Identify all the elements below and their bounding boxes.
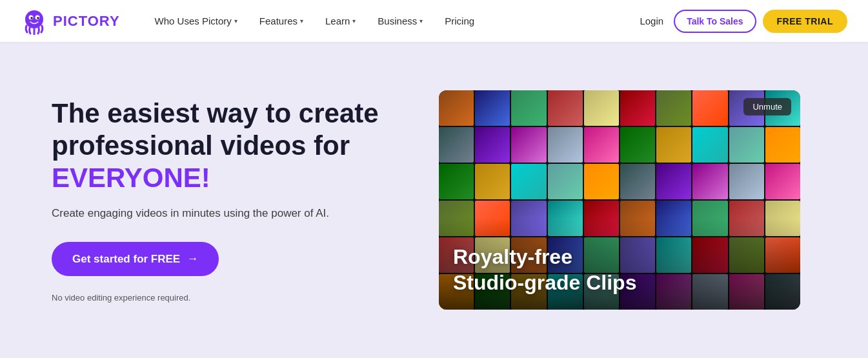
grid-cell bbox=[656, 127, 691, 163]
grid-cell bbox=[692, 274, 727, 310]
login-link[interactable]: Login bbox=[629, 10, 674, 32]
grid-cell bbox=[439, 237, 474, 273]
grid-cell bbox=[765, 201, 800, 236]
svg-point-3 bbox=[30, 17, 33, 19]
grid-cell bbox=[439, 274, 474, 310]
logo-icon bbox=[21, 8, 48, 35]
hero-left: The easiest way to create professional v… bbox=[52, 97, 400, 303]
svg-point-0 bbox=[25, 10, 43, 28]
grid-cell bbox=[439, 201, 474, 236]
nav-item-who-uses[interactable]: Who Uses Pictory ▾ bbox=[146, 10, 247, 32]
grid-cell bbox=[692, 201, 727, 236]
grid-cell bbox=[765, 237, 800, 273]
grid-cell bbox=[584, 237, 619, 273]
nav-item-business[interactable]: Business ▾ bbox=[368, 10, 432, 32]
grid-cell bbox=[656, 201, 691, 236]
chevron-down-icon: ▾ bbox=[234, 17, 237, 25]
headline-line2: professional videos for bbox=[52, 130, 350, 161]
grid-cell bbox=[620, 127, 655, 163]
grid-cell bbox=[548, 90, 583, 126]
grid-cell bbox=[729, 237, 764, 273]
grid-cell bbox=[511, 201, 546, 236]
grid-cell bbox=[584, 164, 619, 199]
nav-item-pricing[interactable]: Pricing bbox=[436, 10, 483, 32]
nav-label-learn: Learn bbox=[325, 15, 350, 26]
grid-cell bbox=[765, 274, 800, 310]
arrow-right-icon: → bbox=[187, 252, 198, 266]
grid-cell bbox=[656, 164, 691, 199]
nav-label-features: Features bbox=[259, 15, 298, 26]
grid-cell bbox=[439, 127, 474, 163]
grid-cell bbox=[439, 164, 474, 199]
navbar: PICTORY Who Uses Pictory ▾ Features ▾ Le… bbox=[0, 0, 868, 42]
hero-headline: The easiest way to create professional v… bbox=[52, 97, 400, 195]
logo-pictory: PICTORY bbox=[53, 13, 120, 29]
hero-note: No video editing experience required. bbox=[52, 293, 400, 303]
hero-subtitle: Create engaging videos in minutes using … bbox=[52, 205, 400, 222]
chevron-down-icon: ▾ bbox=[419, 17, 423, 25]
nav-label-who-uses: Who Uses Pictory bbox=[155, 15, 232, 26]
grid-cell bbox=[439, 90, 474, 126]
grid-cell bbox=[548, 127, 583, 163]
logo-text: PICTORY bbox=[53, 13, 120, 30]
grid-cell bbox=[584, 127, 619, 163]
grid-cell bbox=[765, 127, 800, 163]
grid-cell bbox=[511, 274, 546, 310]
grid-cell bbox=[692, 237, 727, 273]
grid-cell bbox=[692, 164, 727, 199]
grid-cell bbox=[620, 164, 655, 199]
grid-cell bbox=[511, 164, 546, 199]
grid-cell bbox=[692, 90, 727, 126]
video-panel: Unmute Royalty-free Studio-grade Clips bbox=[439, 90, 800, 310]
grid-cell bbox=[475, 127, 510, 163]
logo[interactable]: PICTORY bbox=[21, 8, 120, 35]
get-started-label: Get started for FREE bbox=[72, 253, 180, 266]
grid-cell bbox=[729, 274, 764, 310]
headline-everyone: EVERYONE! bbox=[52, 163, 210, 193]
grid-cell bbox=[656, 90, 691, 126]
grid-cell bbox=[656, 274, 691, 310]
grid-cell bbox=[548, 237, 583, 273]
nav-links: Who Uses Pictory ▾ Features ▾ Learn ▾ Bu… bbox=[146, 10, 484, 32]
grid-cell bbox=[511, 90, 546, 126]
grid-cell bbox=[511, 237, 546, 273]
grid-cell bbox=[620, 201, 655, 236]
grid-cell bbox=[620, 274, 655, 310]
grid-cell bbox=[620, 237, 655, 273]
grid-cell bbox=[584, 201, 619, 236]
grid-cell bbox=[475, 237, 510, 273]
grid-cell bbox=[729, 127, 764, 163]
nav-item-learn[interactable]: Learn ▾ bbox=[316, 10, 365, 32]
grid-cell bbox=[729, 201, 764, 236]
grid-cell bbox=[620, 90, 655, 126]
svg-point-4 bbox=[37, 17, 39, 19]
get-started-button[interactable]: Get started for FREE → bbox=[52, 242, 219, 276]
grid-cell bbox=[729, 164, 764, 199]
grid-cell bbox=[584, 90, 619, 126]
nav-label-pricing: Pricing bbox=[445, 15, 474, 26]
grid-cell bbox=[584, 274, 619, 310]
talk-to-sales-button[interactable]: Talk To Sales bbox=[674, 10, 756, 33]
unmute-button[interactable]: Unmute bbox=[743, 98, 791, 115]
grid-cell bbox=[656, 237, 691, 273]
headline-line1: The easiest way to create bbox=[52, 98, 379, 128]
nav-label-business: Business bbox=[378, 15, 417, 26]
grid-cell bbox=[475, 90, 510, 126]
grid-cell bbox=[511, 127, 546, 163]
grid-cell bbox=[475, 164, 510, 199]
hero-section: The easiest way to create professional v… bbox=[0, 42, 868, 358]
free-trial-button[interactable]: FREE TRIAL bbox=[763, 10, 847, 33]
grid-cell bbox=[475, 274, 510, 310]
grid-cell bbox=[548, 164, 583, 199]
grid-cell bbox=[548, 201, 583, 236]
grid-cell bbox=[692, 127, 727, 163]
video-grid bbox=[439, 90, 800, 310]
nav-item-features[interactable]: Features ▾ bbox=[250, 10, 312, 32]
hero-right: Unmute Royalty-free Studio-grade Clips bbox=[439, 90, 800, 310]
chevron-down-icon: ▾ bbox=[300, 17, 303, 25]
chevron-down-icon: ▾ bbox=[352, 17, 356, 25]
grid-cell bbox=[475, 201, 510, 236]
grid-cell bbox=[765, 164, 800, 199]
grid-cell bbox=[548, 274, 583, 310]
